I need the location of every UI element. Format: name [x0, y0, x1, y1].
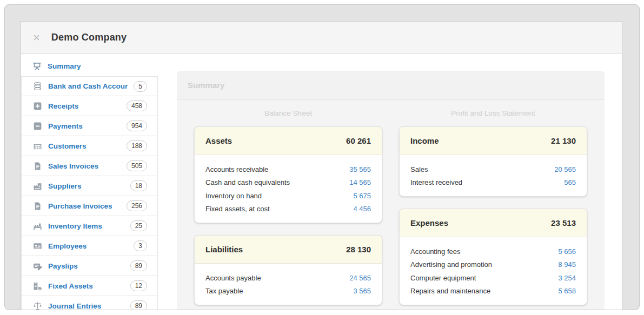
card-total: 21 130 [551, 136, 576, 145]
balance-sheet-column: Balance Sheet Assets 60 261 Accounts rec… [194, 100, 382, 310]
close-icon[interactable]: × [33, 32, 40, 44]
account-row: Fixed assets, at cost 4 456 [205, 203, 371, 216]
sidebar-item-inventory-items[interactable]: Inventory Items 25 [21, 216, 158, 236]
account-value-link[interactable]: 5 658 [558, 286, 576, 296]
count-badge: 18 [130, 180, 147, 191]
scales-icon [33, 301, 42, 311]
people-icon [33, 142, 42, 151]
sidebar-item-fixed-assets[interactable]: Fixed Assets 12 [21, 276, 158, 296]
count-badge: 3 [134, 240, 147, 251]
summary-panel-title: Summary [188, 81, 224, 90]
account-name: Accounts receivable [205, 165, 268, 175]
account-row: Interest received 565 [410, 176, 576, 190]
account-value-link[interactable]: 35 565 [349, 165, 371, 175]
sidebar-item-suppliers[interactable]: Suppliers 18 [21, 176, 158, 196]
account-row: Accounting fees 5 656 [410, 245, 576, 258]
payslip-icon [33, 262, 42, 271]
income-card-header: Income 21 130 [400, 127, 587, 155]
card-total: 60 261 [346, 136, 371, 145]
sidebar-item-label: Summary [48, 62, 148, 70]
sidebar-item-label: Customers [48, 142, 121, 150]
summary-panel-header: Summary [177, 71, 605, 100]
account-row: Sales 20 565 [410, 163, 576, 176]
liabilities-rows: Accounts payable 24 565 Tax payable 3 56… [195, 264, 382, 305]
sidebar-item-sales-invoices[interactable]: Sales Invoices 505 [21, 156, 158, 176]
sidebar-item-label: Purchase Invoices [48, 202, 121, 210]
count-badge: 12 [130, 280, 147, 291]
account-name: Cash and cash equivalents [205, 178, 290, 187]
account-value-link[interactable]: 565 [564, 178, 576, 187]
card-title: Income [410, 136, 439, 145]
account-value-link[interactable]: 20 565 [554, 165, 576, 175]
account-row: Accounts payable 24 565 [205, 271, 371, 285]
account-row: Tax payable 3 565 [205, 285, 371, 298]
account-row: Advertising and promotion 8 945 [410, 258, 576, 272]
summary-panel-body: Balance Sheet Assets 60 261 Accounts rec… [177, 100, 605, 310]
sidebar-item-customers[interactable]: Customers 188 [21, 136, 158, 156]
factory-icon [33, 182, 42, 191]
account-value-link[interactable]: 4 456 [353, 204, 371, 214]
account-value-link[interactable]: 14 565 [349, 178, 371, 187]
account-value-link[interactable]: 5 656 [558, 247, 576, 257]
app-window: × Demo Company Summary Bank and Cash Acc… [21, 21, 622, 310]
sidebar-item-payments[interactable]: Payments 954 [21, 116, 158, 136]
account-name: Accounting fees [410, 247, 461, 257]
account-name: Fixed assets, at cost [205, 204, 270, 214]
profit-loss-column: Profit and Loss Statement Income 21 130 … [399, 100, 587, 310]
summary-panel: Summary Balance Sheet Assets 60 261 [177, 71, 605, 310]
account-name: Tax payable [205, 286, 243, 296]
sidebar: Summary Bank and Cash Accounts 5 Receipt… [21, 54, 158, 310]
sidebar-item-label: Inventory Items [48, 222, 124, 230]
account-value-link[interactable]: 3 254 [558, 273, 576, 283]
sidebar-item-payslips[interactable]: Payslips 89 [21, 256, 158, 276]
outer-panel: × Demo Company Summary Bank and Cash Acc… [4, 4, 640, 310]
expenses-card: Expenses 23 513 Accounting fees 5 656 [399, 209, 587, 305]
account-name: Sales [410, 165, 428, 175]
sidebar-item-purchase-invoices[interactable]: Purchase Invoices 256 [21, 196, 158, 216]
inventory-icon [33, 222, 42, 231]
account-name: Accounts payable [205, 273, 261, 283]
account-row: Repairs and maintenance 5 658 [410, 285, 576, 298]
count-badge: 89 [130, 300, 147, 310]
income-rows: Sales 20 565 Interest received 565 [400, 155, 587, 196]
card-title: Expenses [410, 218, 448, 227]
card-total: 23 513 [551, 218, 576, 227]
account-row: Inventory on hand 5 675 [205, 189, 371, 203]
account-value-link[interactable]: 24 565 [349, 273, 371, 283]
assets-rows: Accounts receivable 35 565 Cash and cash… [195, 155, 382, 223]
card-title: Assets [205, 136, 232, 145]
app-body: Summary Bank and Cash Accounts 5 Receipt… [21, 54, 622, 310]
account-value-link[interactable]: 8 945 [558, 260, 576, 270]
sidebar-item-receipts[interactable]: Receipts 458 [21, 96, 158, 116]
expenses-card-header: Expenses 23 513 [400, 209, 587, 237]
sidebar-item-employees[interactable]: Employees 3 [21, 236, 158, 256]
app-header: × Demo Company [21, 22, 622, 54]
account-row: Accounts receivable 35 565 [205, 163, 371, 176]
assets-card-header: Assets 60 261 [195, 127, 382, 155]
liabilities-card-header: Liabilities 28 130 [195, 236, 382, 264]
count-badge: 505 [127, 160, 147, 171]
sidebar-item-journal-entries[interactable]: Journal Entries 89 [21, 296, 158, 310]
account-value-link[interactable]: 5 675 [353, 191, 371, 201]
building-truck-icon [33, 282, 42, 291]
card-title: Liabilities [205, 245, 243, 254]
account-name: Repairs and maintenance [410, 286, 490, 296]
account-name: Inventory on hand [205, 191, 262, 201]
income-card: Income 21 130 Sales 20 565 Inte [399, 126, 587, 197]
sidebar-item-label: Employees [48, 242, 128, 250]
account-value-link[interactable]: 3 565 [353, 286, 371, 296]
business-title: Demo Company [51, 32, 127, 43]
main-area: Summary Balance Sheet Assets 60 261 [158, 54, 622, 310]
count-badge: 5 [134, 81, 147, 92]
count-badge: 954 [127, 120, 147, 131]
card-total: 28 130 [346, 245, 371, 254]
invoice-icon [33, 202, 42, 211]
sidebar-item-bank-and-cash-accounts[interactable]: Bank and Cash Accounts 5 [21, 76, 158, 96]
balance-sheet-heading: Balance Sheet [194, 109, 382, 117]
plus-square-icon [33, 102, 42, 111]
count-badge: 256 [127, 200, 147, 211]
account-row: Computer equipment 3 254 [410, 271, 576, 285]
sidebar-item-summary[interactable]: Summary [21, 56, 158, 76]
presentation-icon [32, 62, 42, 71]
sidebar-item-label: Fixed Assets [48, 282, 124, 290]
